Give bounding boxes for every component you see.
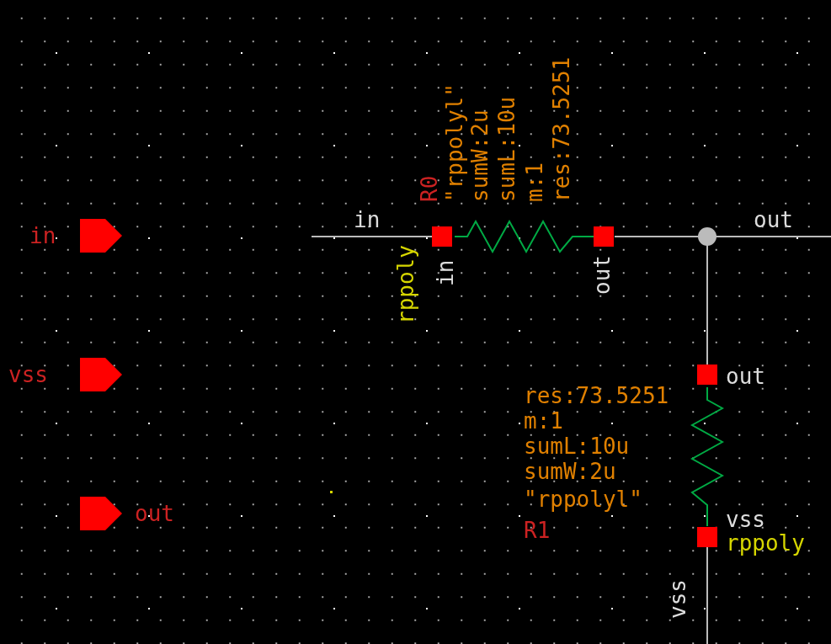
r0-res: res:73.5251 xyxy=(549,0,574,202)
port-out-label: out xyxy=(135,501,174,526)
r0-pin-right xyxy=(594,226,614,247)
port-in-shape xyxy=(80,219,105,253)
r1-m: m:1 xyxy=(524,408,563,434)
r1-cell-label: rppoly xyxy=(726,530,805,556)
port-vss-shape xyxy=(80,358,105,391)
net-label-in: in xyxy=(354,207,380,232)
r1-pin-top xyxy=(697,365,717,385)
r1-sumW: sumW:2u xyxy=(524,459,616,484)
wire-in xyxy=(312,236,442,237)
r0-pin-left xyxy=(432,226,452,247)
r1-pin-out-label: out xyxy=(726,364,765,389)
r0-cell-label: rppoly xyxy=(393,253,418,324)
resistor-r0[interactable] xyxy=(455,220,594,253)
net-label-vss-v: vss xyxy=(665,568,690,619)
port-in-label: in xyxy=(29,223,56,248)
net-label-out: out xyxy=(754,207,793,232)
marker-dot xyxy=(330,491,333,493)
r0-name: R0 xyxy=(417,0,442,202)
r1-model: "rppolyl" xyxy=(524,487,642,512)
port-vss-label: vss xyxy=(8,362,48,387)
r1-name: R1 xyxy=(524,518,550,543)
r1-pin-vss-label: vss xyxy=(726,507,765,532)
wire-r1-vss xyxy=(706,547,708,644)
wire-r0-out xyxy=(615,236,707,237)
r0-pin-in-label: in xyxy=(433,253,458,286)
r0-sumW: sumW:2u xyxy=(467,0,493,202)
r0-m: m:1 xyxy=(522,0,547,202)
r1-res: res:73.5251 xyxy=(524,383,669,408)
r0-pin-out-label: out xyxy=(589,253,615,295)
r0-sumL: sumL:10u xyxy=(494,0,519,202)
wire-down-to-r1 xyxy=(706,237,708,375)
port-out-shape xyxy=(80,497,105,530)
r1-sumL: sumL:10u xyxy=(524,434,629,459)
r1-pin-bottom xyxy=(697,527,717,547)
wire-out-right xyxy=(707,236,831,237)
r0-model: "rppolyl" xyxy=(442,0,467,202)
resistor-r1[interactable] xyxy=(690,387,724,526)
